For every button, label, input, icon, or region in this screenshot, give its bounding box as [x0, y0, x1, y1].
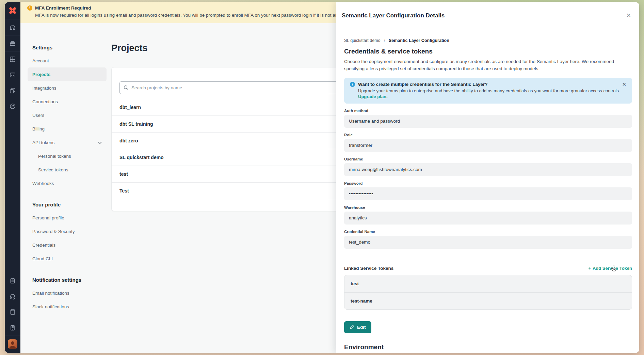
nav-item-slack-notifications[interactable]: Slack notifications [28, 300, 107, 313]
nav-item-personal-profile[interactable]: Personal profile [28, 211, 107, 225]
role-label: Role [344, 133, 632, 137]
edit-button-label: Edit [357, 325, 366, 330]
info-icon: i [350, 82, 355, 87]
search-input[interactable] [119, 81, 369, 94]
settings-nav: Settings Account Projects Integrations C… [32, 45, 111, 313]
breadcrumb-separator: / [384, 38, 385, 43]
nav-item-email-notifications[interactable]: Email notifications [28, 286, 107, 300]
breadcrumb-current: Semantic Layer Configuration [389, 38, 449, 43]
username-field: mirna.wong@fishtownanalytics.com [344, 163, 632, 176]
page-title: Projects [111, 43, 148, 53]
token-list: test test-name [344, 275, 632, 310]
nav-item-account[interactable]: Account [28, 54, 107, 67]
nav-heading-notification-settings: Notification settings [32, 277, 111, 283]
role-field: transformer [344, 139, 632, 152]
divider [5, 336, 20, 336]
credentials-description: Choose the deployment environment and co… [344, 58, 632, 73]
clipboard-icon[interactable] [5, 273, 20, 289]
upgrade-info-box: i Want to create multiple credentials fo… [344, 78, 632, 104]
book-icon[interactable] [5, 304, 20, 320]
nav-item-cloud-cli[interactable]: Cloud CLI [28, 252, 107, 265]
headset-icon[interactable] [5, 289, 20, 304]
overlap-squares-icon[interactable] [5, 83, 20, 98]
nav-item-api-tokens[interactable]: API tokens [28, 136, 107, 149]
code-window-icon[interactable] [5, 67, 20, 83]
nav-item-users[interactable]: Users [28, 108, 107, 122]
dbt-logo[interactable] [5, 2, 20, 19]
password-field: ••••••••••••••• [344, 187, 632, 200]
linked-service-tokens-label: Linked Service Tokens [344, 266, 393, 271]
nav-item-projects[interactable]: Projects [28, 67, 107, 81]
info-box-title: Want to create multiple credentials for … [358, 82, 488, 87]
info-close-icon[interactable]: ✕ [622, 81, 626, 88]
compass-icon[interactable] [5, 98, 20, 114]
semantic-layer-drawer: Semantic Layer Configuration Details ✕ S… [336, 2, 639, 353]
auth-method-label: Auth method [344, 109, 632, 113]
credentials-section-title: Credentials & service tokens [344, 48, 632, 55]
credential-name-field: test_demo [344, 236, 632, 249]
password-label: Password [344, 181, 632, 185]
environment-section-title: Environment [344, 343, 632, 351]
upgrade-plan-link[interactable]: Upgrade plan. [358, 94, 388, 99]
user-avatar[interactable] [8, 339, 17, 349]
home-icon[interactable] [5, 19, 20, 35]
banner-title: MFA Enrollment Required [35, 5, 91, 11]
nav-item-label: API tokens [32, 140, 54, 145]
edit-button[interactable]: Edit [344, 321, 371, 333]
stack-icon[interactable] [5, 35, 20, 51]
chevron-down-icon [98, 140, 102, 145]
auth-method-field: Username and password [344, 115, 632, 128]
search-icon [123, 85, 129, 90]
warehouse-label: Warehouse [344, 205, 632, 210]
drawer-title: Semantic Layer Configuration Details [342, 12, 445, 19]
grid-icon[interactable] [5, 51, 20, 67]
token-row: test-name [344, 292, 632, 309]
add-service-token-button[interactable]: +Add Service Token [588, 266, 632, 271]
username-label: Username [344, 157, 632, 161]
icon-rail [5, 2, 20, 353]
warehouse-field: analytics [344, 212, 632, 225]
nav-item-service-tokens[interactable]: Service tokens [28, 163, 107, 176]
pencil-icon [350, 325, 354, 329]
nav-heading-your-profile: Your profile [32, 202, 111, 207]
warning-icon: ! [27, 5, 32, 11]
breadcrumb-parent[interactable]: SL quickstart demo [344, 38, 381, 43]
nav-item-credentials[interactable]: Credentials [28, 238, 107, 252]
nav-item-billing[interactable]: Billing [28, 122, 107, 136]
nav-item-integrations[interactable]: Integrations [28, 81, 107, 95]
app-window: ! MFA Enrollment Required MFA is now req… [5, 2, 639, 353]
building-icon[interactable] [5, 320, 20, 336]
nav-item-password-security[interactable]: Password & Security [28, 225, 107, 238]
info-box-body: Upgrade your teams plan to enterprise an… [358, 88, 626, 93]
nav-item-webhooks[interactable]: Webhooks [28, 176, 107, 190]
token-row: test [344, 275, 632, 292]
plus-icon: + [588, 266, 591, 271]
add-service-token-label: Add Service Token [593, 266, 632, 271]
nav-item-personal-tokens[interactable]: Personal tokens [28, 149, 107, 163]
close-icon[interactable]: ✕ [626, 13, 631, 18]
credential-name-label: Credential Name [344, 230, 632, 234]
breadcrumb: SL quickstart demo / Semantic Layer Conf… [344, 38, 632, 43]
nav-item-connections[interactable]: Connections [28, 95, 107, 108]
nav-heading-settings: Settings [32, 45, 111, 50]
